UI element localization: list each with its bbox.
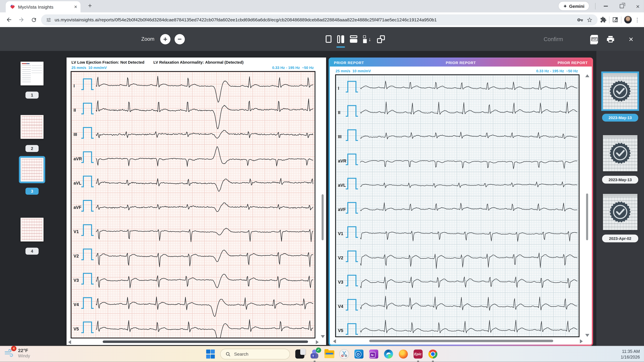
prior-report-thumbnail[interactable] [603,194,637,230]
confirmed-seal-icon [608,142,632,165]
taskbar-app-teams[interactable]: T✓ [309,349,320,359]
ecg-trace-III [360,132,577,139]
browser-menu-icon[interactable]: ⋮ [634,16,640,23]
tab-close-icon[interactable]: × [74,4,77,10]
minimize-button[interactable] [603,3,608,9]
taskbar-app-desktops[interactable] [294,349,305,359]
start-button[interactable] [206,349,216,359]
site-settings-icon[interactable] [46,17,51,22]
view-overlay-button[interactable] [377,34,385,44]
side-panel-search-icon[interactable] [612,16,618,23]
screen: MyoVista Insights × + Gemini × [0,0,644,362]
search-input[interactable]: Search [220,349,290,360]
ecg-trace-V5 [96,320,313,338]
firefox-icon [398,350,408,358]
scrollbar-thumb[interactable] [586,194,588,240]
page-thumbnail-1[interactable] [20,62,44,86]
ecg-grid-current[interactable]: IIIIIIaVRaVLaVFV1V2V3V4V5 [71,71,316,338]
lead-label: V4 [338,304,343,309]
close-window-button[interactable]: × [635,3,641,9]
system-clock[interactable]: 11:35 AM 1/16/2026 [621,348,640,360]
back-button[interactable] [4,15,14,25]
scrollbar-thumb[interactable] [369,340,553,342]
lead-label: V5 [338,328,343,333]
taskbar-app-epic[interactable]: Epic [413,349,423,359]
view-stacked-button[interactable] [350,34,357,44]
prior-report-thumbnail[interactable] [603,135,637,171]
zoom-in-button[interactable]: + [160,34,170,44]
chrome-icon [428,350,437,358]
prior-report-thumbnail[interactable] [603,73,637,109]
gemini-button[interactable]: Gemini [558,2,589,10]
page-thumbnail-4[interactable] [20,218,44,242]
calibration-pulse [346,227,358,238]
scroll-down-arrow[interactable] [585,334,589,337]
browser-tab[interactable]: MyoVista Insights × [6,1,80,12]
profile-avatar[interactable] [624,16,632,24]
scroll-up-arrow[interactable] [585,74,589,77]
extensions-icon[interactable] [600,16,606,23]
taskbar-app-chrome[interactable] [428,349,438,359]
taskbar-app-edge[interactable] [383,349,394,359]
report-date-label[interactable]: 2023-May-13 [602,176,638,184]
calibration-pulse [346,300,358,310]
bookmark-star-icon[interactable] [586,16,592,23]
ecg-trace-V4 [360,296,577,310]
password-key-icon[interactable] [577,16,583,23]
page-number-badge: 3 [26,188,38,195]
scroll-right-arrow[interactable] [580,339,583,344]
print-button[interactable] [606,35,615,43]
taskbar-app-snipping[interactable] [339,349,349,359]
prior-report-banner: PRIOR REPORT PRIOR REPORT PRIOR REPORT [330,59,592,66]
horizontal-scrollbar[interactable] [68,340,318,344]
forward-button[interactable] [16,15,26,25]
lead-label: V1 [338,231,343,236]
url-bar[interactable]: us.myovistainsights.ai/reports/0f54e2b0f… [41,14,598,25]
page-thumbnail-2[interactable] [20,115,44,139]
zoom-out-button[interactable]: − [174,34,185,44]
ecg-trace-V2 [96,250,313,267]
vertical-scrollbar[interactable] [585,74,590,337]
scrollbar-thumb[interactable] [322,194,324,240]
page-number-badge: 4 [26,248,38,255]
scroll-left-arrow[interactable] [68,340,71,344]
new-tab-button[interactable]: + [86,1,94,10]
view-single-page-button[interactable] [326,34,331,44]
scrollbar-thumb[interactable] [103,340,308,343]
current-report-page: LV Low Ejection Fraction:Not Detected LV… [66,58,326,345]
page-number-badge: 2 [26,145,38,152]
view-continuous-scroll-button[interactable]: ↓ [363,34,371,44]
reload-button[interactable] [29,15,38,25]
taskbar-app-firefox[interactable] [398,349,408,359]
taskbar-app-explorer[interactable] [324,349,334,359]
scroll-right-arrow[interactable] [316,340,319,344]
export-pdf-button[interactable]: PDF [591,35,598,43]
report-date-label[interactable]: 2023-May-13 [602,114,638,122]
calibration-pulse [346,275,358,286]
scroll-left-arrow[interactable] [333,339,336,344]
layout-switcher: ↓ [326,27,384,51]
lead-label: V2 [338,256,343,260]
view-side-by-side-button[interactable] [337,34,344,44]
mini-header [603,135,637,138]
ecg-trace-II [360,102,577,114]
taskbar-app-outlook[interactable] [354,349,364,359]
lead-label: aVF [338,207,346,212]
page-thumbnail-3[interactable] [20,158,44,182]
page-thumb-group: 4 [0,218,64,255]
calibration-row: 25 mm/s 10 mm/mV 0.33 Hz - 195 Hz ~50 Hz [336,69,578,73]
restore-button[interactable] [619,3,625,9]
weather-widget[interactable]: 4 22°F Windy [4,348,30,358]
taskbar-app-onenote[interactable] [368,349,378,359]
lead-label: aVF [74,205,82,210]
calibration-pulse [81,128,94,138]
horizontal-scrollbar[interactable] [333,339,583,343]
confirmed-seal-icon [608,200,632,224]
ecg-trace-V5 [360,320,577,333]
scroll-down-arrow[interactable] [321,335,325,338]
ecg-grid-prior[interactable]: IIIIIIaVRaVLaVFV1V2V3V4V5 [335,74,580,337]
vertical-scrollbar[interactable] [320,71,325,338]
report-date-label[interactable]: 2023-Apr-02 [602,234,638,242]
confirm-button[interactable]: Confirm [544,36,563,42]
close-report-button[interactable]: × [629,35,633,43]
